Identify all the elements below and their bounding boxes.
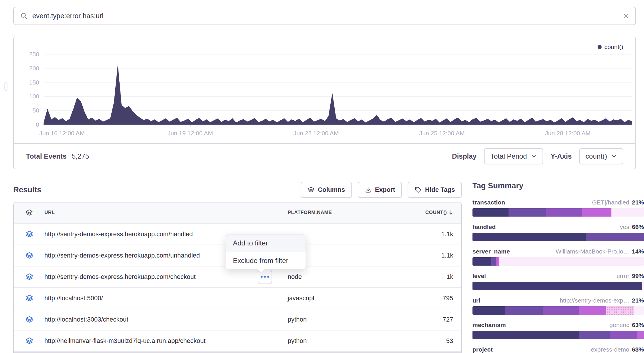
chart-footer: Total Events 5,275 Display Total Period … [14, 143, 635, 169]
tag-row-server-name: server_name Williams-MacBook-Pro.lo…14% [472, 248, 644, 266]
column-header-count[interactable]: COUNT() [397, 210, 461, 215]
clear-search-icon[interactable] [623, 13, 629, 19]
platform-value: python [288, 337, 397, 345]
tag-bar-segment [606, 306, 634, 315]
svg-text:250: 250 [29, 51, 39, 57]
count-value: 1.1k [397, 230, 461, 238]
menu-item-add-to-filter[interactable]: Add to filter [226, 234, 306, 252]
tag-top-value: yes [620, 224, 629, 230]
platform-value: python [288, 316, 397, 323]
table-row-partial [14, 351, 461, 353]
tag-percent: 99% [632, 273, 644, 279]
yaxis-select[interactable]: count() [579, 148, 623, 164]
tag-top-value: express-demo [591, 346, 629, 353]
url-value[interactable]: http://localhost:5000/ [44, 294, 103, 302]
tag-row-url: url http://sentry-demos-exp…21% [472, 297, 644, 315]
tag-bar-segment [496, 257, 499, 266]
chevron-down-icon [531, 153, 537, 159]
display-select[interactable]: Total Period [484, 148, 543, 164]
tag-percent: 21% [632, 297, 644, 304]
svg-text:Jun 28 12:00 AM: Jun 28 12:00 AM [545, 130, 591, 136]
export-button[interactable]: Export [358, 182, 402, 198]
total-events-value: 5,275 [72, 152, 89, 160]
row-stack-icon [25, 337, 33, 345]
tag-name: url [472, 297, 480, 304]
tag-bar-segment [611, 208, 644, 217]
tag-distribution-bar[interactable] [472, 233, 644, 241]
tag-top-value: Williams-MacBook-Pro.lo… [556, 248, 629, 255]
svg-text:200: 200 [29, 65, 39, 72]
tag-bar-segment [637, 331, 644, 339]
row-stack-icon [25, 251, 33, 260]
platform-value: javascript [288, 294, 397, 302]
tag-percent: 63% [632, 346, 644, 353]
tag-distribution-bar[interactable] [472, 208, 644, 217]
tag-top-value: GET|/handled [592, 199, 629, 206]
search-bar [13, 7, 636, 25]
tag-name: server_name [472, 248, 510, 255]
yaxis-label: Y-Axis [551, 152, 572, 160]
tag-distribution-bar[interactable] [472, 282, 644, 290]
count-value: 727 [397, 316, 461, 323]
tag-bar-segment [642, 282, 644, 290]
url-value[interactable]: http://neilmanvar-flask-m3uuizd7iq-uc.a.… [44, 337, 206, 345]
svg-text:50: 50 [33, 107, 39, 114]
table-row[interactable]: http://neilmanvar-flask-m3uuizd7iq-uc.a.… [14, 330, 461, 351]
search-icon [20, 12, 28, 20]
row-stack-icon [25, 273, 33, 281]
tag-distribution-bar[interactable] [472, 257, 644, 266]
tag-bar-segment [472, 257, 491, 266]
column-header-url[interactable]: URL [38, 210, 288, 215]
tag-icon [415, 186, 421, 193]
tag-bar-segment [579, 331, 610, 339]
yaxis-select-value: count() [585, 152, 607, 160]
tag-bar-segment [634, 306, 644, 315]
columns-button-label: Columns [318, 186, 345, 194]
tag-summary-panel: Tag Summary transaction GET|/handled21% … [472, 181, 644, 353]
download-icon [365, 186, 372, 193]
panel-resize-handle[interactable] [4, 82, 7, 91]
legend-label: count() [605, 44, 623, 50]
column-header-platform[interactable]: PLATFORM.NAME [288, 210, 397, 215]
search-input[interactable] [32, 12, 618, 20]
display-select-value: Total Period [490, 152, 527, 160]
tag-bar-segment [546, 208, 582, 217]
tag-bar-segment [472, 233, 586, 241]
tag-summary-title: Tag Summary [472, 181, 644, 190]
url-value[interactable]: http://sentry-demos-express.herokuapp.co… [44, 252, 200, 259]
events-chart-panel: count() 050100150200250Jun 16 12:00 AMJu… [13, 37, 636, 169]
svg-text:0: 0 [36, 121, 39, 128]
svg-text:Jun 16 12:00 AM: Jun 16 12:00 AM [39, 130, 85, 136]
chart-legend[interactable]: count() [598, 44, 623, 50]
tag-bar-segment [610, 331, 637, 339]
hide-tags-button[interactable]: Hide Tags [408, 182, 462, 198]
tag-row-mechanism: mechanism generic63% [472, 322, 644, 339]
svg-text:Jun 19 12:00 AM: Jun 19 12:00 AM [167, 130, 213, 136]
tag-name: handled [472, 224, 496, 230]
tag-name: mechanism [472, 322, 506, 328]
cell-actions-menu: Add to filter Exclude from filter [226, 234, 306, 269]
menu-item-exclude-from-filter[interactable]: Exclude from filter [226, 252, 306, 269]
sort-desc-icon [448, 210, 454, 215]
url-value[interactable]: http://localhost:3003/checkout [44, 316, 128, 323]
tag-bar-segment [472, 331, 579, 339]
tag-bar-segment [579, 306, 606, 315]
total-events: Total Events 5,275 [26, 152, 89, 160]
url-value[interactable]: http://sentry-demos-express.herokuapp.co… [44, 230, 193, 238]
tag-row-handled: handled yes66% [472, 224, 644, 241]
columns-button[interactable]: Columns [301, 182, 352, 198]
tag-distribution-bar[interactable] [472, 306, 644, 315]
table-stack-icon [25, 209, 33, 217]
tag-percent: 63% [632, 322, 644, 328]
results-table: URL PLATFORM.NAME COUNT() http://sentry-… [13, 202, 462, 353]
table-row[interactable]: http://localhost:3003/checkout python 72… [14, 309, 461, 330]
table-row[interactable]: http://localhost:5000/ javascript 795 [14, 287, 461, 309]
count-value: 1k [397, 273, 461, 281]
tag-distribution-bar[interactable] [472, 331, 644, 339]
tag-bar-segment [472, 282, 642, 290]
tag-bar-segment [505, 306, 543, 315]
platform-value: node [288, 273, 397, 281]
url-value[interactable]: http://sentry-demos-express.herokuapp.co… [44, 273, 196, 281]
tag-bar-segment [509, 208, 546, 217]
display-label: Display [452, 152, 477, 160]
